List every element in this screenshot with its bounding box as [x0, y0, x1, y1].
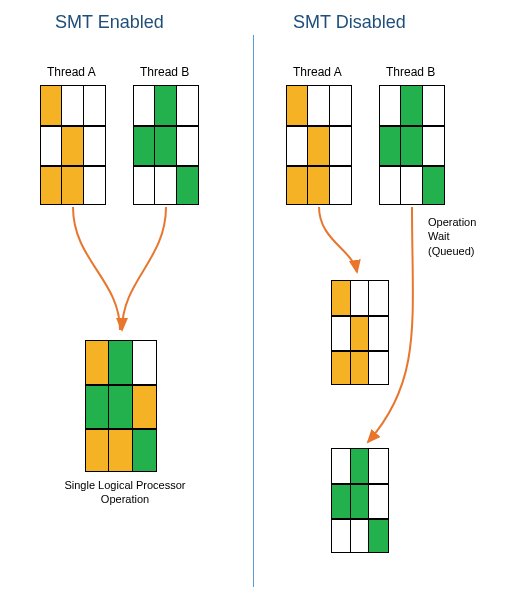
grid-thread-a-enabled: [40, 85, 106, 205]
caption-enabled: Single Logical Processor Operation: [55, 478, 195, 507]
label-thread-a-right: Thread A: [293, 65, 342, 79]
grid-merged-enabled: [85, 340, 157, 472]
title-smt-enabled: SMT Enabled: [55, 12, 164, 33]
diagram-root: SMT Enabled Thread A Thread B: [0, 0, 507, 597]
panel-divider: [253, 35, 254, 587]
label-thread-b-right: Thread B: [386, 65, 435, 79]
caption-enabled-line2: Operation: [101, 493, 149, 505]
grid-thread-b-disabled: [379, 85, 445, 205]
caption-enabled-line1: Single Logical Processor: [64, 479, 185, 491]
panel-smt-enabled: SMT Enabled Thread A Thread B: [0, 0, 253, 597]
label-thread-a-left: Thread A: [47, 65, 96, 79]
annotation-queued: Operation Wait (Queued): [428, 215, 476, 258]
annotation-line3: (Queued): [428, 245, 474, 257]
arrows-enabled: [0, 0, 253, 597]
annotation-line1: Operation: [428, 216, 476, 228]
panel-smt-disabled: SMT Disabled Thread A Thread B: [253, 0, 507, 597]
label-thread-b-left: Thread B: [140, 65, 189, 79]
grid-thread-a-disabled: [286, 85, 352, 205]
grid-exec-second-disabled: [331, 448, 389, 553]
grid-exec-first-disabled: [331, 280, 389, 385]
grid-thread-b-enabled: [133, 85, 199, 205]
title-smt-disabled: SMT Disabled: [293, 12, 406, 33]
annotation-line2: Wait: [428, 230, 450, 242]
